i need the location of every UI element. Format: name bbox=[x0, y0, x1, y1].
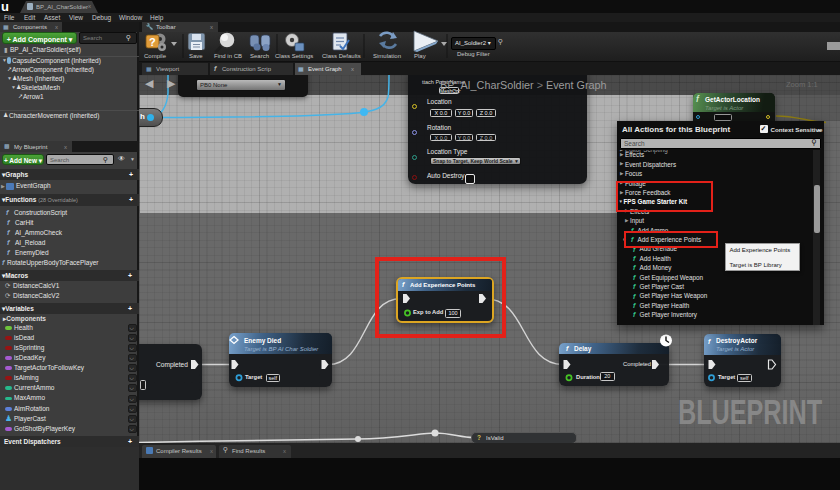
svg-text:?: ? bbox=[149, 36, 156, 48]
